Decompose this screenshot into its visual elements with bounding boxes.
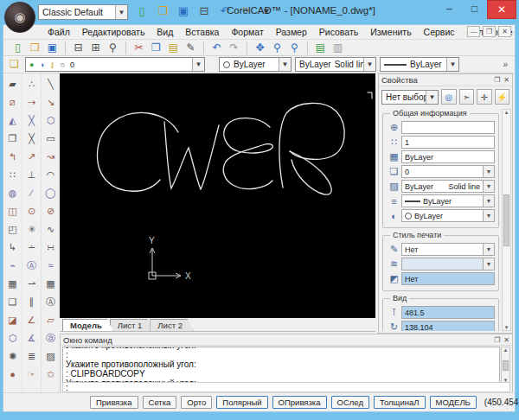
view-height-field[interactable]: 481.5 <box>401 306 495 319</box>
tool-icon[interactable]: Ⓐ <box>23 257 40 275</box>
tool-icon[interactable]: ◪ <box>4 311 21 329</box>
color-combo[interactable]: ByLayer ▼ <box>219 57 292 72</box>
menu-item[interactable]: Изменить <box>364 27 417 37</box>
scroll-down-icon[interactable]: ▼ <box>504 325 509 330</box>
command-history[interactable]: Укажите противоположный угол::Укажите пр… <box>62 347 500 384</box>
save-icon[interactable]: ▣ <box>45 41 60 55</box>
undo-icon[interactable]: ↶ <box>209 41 224 55</box>
chevron-down-icon[interactable]: ▼ <box>115 5 127 19</box>
menu-item[interactable]: Размер <box>270 27 313 37</box>
linestyle-combo[interactable]: ByLayer Solid line ▼ <box>295 57 376 72</box>
tab-sheet1[interactable]: Лист 1 <box>110 319 154 331</box>
menu-item[interactable]: Вид <box>151 27 179 37</box>
hyperlink-field[interactable] <box>401 121 495 134</box>
pen-icon[interactable]: ✎ <box>183 41 198 55</box>
select-entities-button[interactable]: ➣ <box>459 89 475 105</box>
tab-model[interactable]: Модель <box>62 319 113 331</box>
esnap-toggle[interactable]: ОПривязка <box>272 396 327 409</box>
cut-icon[interactable]: ✂ <box>131 41 146 55</box>
tool-icon[interactable]: ∿ <box>42 220 59 239</box>
paste-icon[interactable]: ▤ <box>166 41 181 55</box>
tool-icon[interactable]: ▦ <box>4 275 21 293</box>
tool-icon[interactable]: ◯ <box>42 184 59 202</box>
tool-icon[interactable]: ↘ <box>42 93 59 111</box>
chevron-down-icon[interactable]: ▼ <box>484 243 495 256</box>
layer-tool-icon[interactable]: ❏ <box>7 57 22 72</box>
tool-icon[interactable]: ∷ <box>4 166 21 184</box>
toolbar-overflow-chevron[interactable]: » <box>503 60 508 69</box>
selection-combo[interactable]: Нет выбора ▼ <box>381 90 439 105</box>
scroll-thumb[interactable] <box>503 360 509 371</box>
print-effect-field[interactable]: Нет <box>401 272 495 285</box>
tool-icon[interactable]: ╳ <box>23 111 40 130</box>
chevron-down-icon[interactable]: ▼ <box>426 91 438 104</box>
pan-icon[interactable]: ✥ <box>253 41 267 55</box>
tool-icon[interactable]: ∥ <box>23 293 40 311</box>
tool-icon[interactable]: ⊙ <box>23 202 40 220</box>
chevron-down-icon[interactable]: ▼ <box>484 165 495 178</box>
tool-icon[interactable]: ⊘ <box>42 202 59 220</box>
chevron-down-icon[interactable]: ▼ <box>484 209 495 222</box>
close-panel-icon[interactable]: ✕ <box>503 76 509 84</box>
quick-select-button[interactable]: ⚡ <box>495 89 510 105</box>
new-icon[interactable]: ▯ <box>10 41 25 55</box>
tool-icon[interactable]: ↳ <box>4 239 21 257</box>
tool-icon[interactable]: ◍ <box>4 184 21 202</box>
tool-icon[interactable]: ● <box>4 366 21 384</box>
close-button[interactable]: ✕ <box>487 0 516 19</box>
tool-icon[interactable]: ⬡ <box>42 111 59 130</box>
tab-sheet2[interactable]: Лист 2 <box>150 319 194 331</box>
tool-icon[interactable]: ⬡ <box>4 329 21 347</box>
menu-item[interactable]: Вставка <box>179 27 225 37</box>
zoom-dynamic-icon[interactable]: ⚲ <box>270 41 285 55</box>
tool-icon[interactable]: ☞ <box>23 366 40 384</box>
etrack-toggle[interactable]: ОСлед <box>331 396 369 409</box>
command-input[interactable]: : <box>62 382 510 392</box>
resize-grip[interactable]: ⋰ <box>506 402 513 410</box>
chevron-down-icon[interactable]: ▼ <box>279 58 291 71</box>
lineweight-toggle[interactable]: ТолщинаЛ <box>374 396 426 409</box>
count-field[interactable]: 1 <box>401 136 495 149</box>
grid-toggle[interactable]: Сетка <box>143 396 177 409</box>
tool-icon[interactable]: ∸ <box>23 239 40 257</box>
command-scrollbar[interactable]: ▲ ▼ <box>501 347 510 384</box>
workspace-combo[interactable]: Classic Default ▼ <box>38 4 128 20</box>
layers-manager-icon[interactable]: ▤ <box>313 41 328 55</box>
polar-toggle[interactable]: Полярный <box>216 396 267 409</box>
tool-icon[interactable]: ◠ <box>42 166 59 184</box>
tool-icon[interactable]: ╳ <box>23 130 40 148</box>
copy-icon[interactable]: ❐ <box>149 41 163 55</box>
tool-icon[interactable]: ∴ <box>23 75 40 93</box>
tool-icon[interactable]: ╲ <box>42 75 59 93</box>
scroll-thumb[interactable] <box>503 194 509 246</box>
select-matching-button[interactable]: ◎ <box>441 89 457 105</box>
tool-icon[interactable]: ▦ <box>42 275 59 293</box>
tool-icon[interactable]: ⧄ <box>4 93 21 111</box>
chevron-down-icon[interactable]: ▼ <box>484 180 495 193</box>
chevron-down-icon[interactable]: ▼ <box>363 58 375 71</box>
open-icon[interactable]: ❒ <box>155 3 170 19</box>
transparency-field[interactable]: ByLayer <box>401 150 495 163</box>
tool-icon[interactable]: ◰ <box>4 220 21 239</box>
chevron-down-icon[interactable]: ▼ <box>446 58 458 71</box>
tool-icon[interactable]: ≈ <box>42 257 59 275</box>
tool-icon[interactable]: ⇢ <box>23 93 40 111</box>
new-icon[interactable]: ▯ <box>134 3 150 19</box>
lineweight-combo[interactable]: ByLayer ▼ <box>380 57 459 72</box>
minimize-button[interactable]: – <box>437 0 462 19</box>
menu-item[interactable]: Формат <box>225 27 269 37</box>
mdi-minimize-button[interactable]: — <box>467 26 480 37</box>
tool-icon[interactable]: ❐ <box>4 130 21 148</box>
tool-icon[interactable]: ◭ <box>4 111 21 130</box>
menu-item[interactable]: Файл <box>42 27 76 37</box>
tool-icon[interactable]: Ⓐ <box>42 293 59 311</box>
scroll-up-icon[interactable]: ▲ <box>503 347 509 353</box>
tool-icon[interactable]: ✳ <box>23 220 40 239</box>
scroll-up-icon[interactable]: ▲ <box>504 110 509 115</box>
app-logo-icon[interactable]: ◉ <box>4 2 35 33</box>
tool-icon[interactable]: ∕ <box>23 184 40 202</box>
print-style-field[interactable]: Нет <box>401 243 484 256</box>
save-icon[interactable]: ▣ <box>176 3 191 19</box>
open-icon[interactable]: ❒ <box>28 41 42 55</box>
snap-toggle[interactable]: Привязка <box>90 396 138 409</box>
